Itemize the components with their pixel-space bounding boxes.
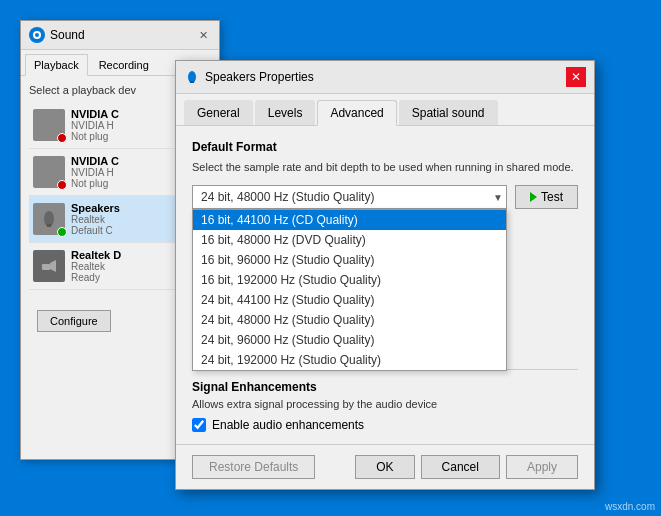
speakers-dialog: Speakers Properties ✕ General Levels Adv… — [175, 60, 595, 490]
device-name-2: NVIDIA C — [71, 155, 119, 167]
test-button[interactable]: Test — [515, 185, 578, 209]
configure-button[interactable]: Configure — [37, 310, 111, 332]
sound-titlebar: Sound ✕ — [21, 21, 219, 50]
device-icon-4 — [33, 250, 65, 282]
format-select-wrapper: 24 bit, 48000 Hz (Studio Quality) ▼ 16 b… — [192, 185, 507, 209]
tab-levels[interactable]: Levels — [255, 100, 316, 125]
watermark: wsxdn.com — [605, 501, 655, 512]
device-sub2-4: Ready — [71, 272, 121, 283]
speakers-icon — [184, 69, 200, 85]
status-dot-red — [57, 133, 67, 143]
device-icon-1 — [33, 109, 65, 141]
sound-app-icon — [29, 27, 45, 43]
device-name-4: Realtek D — [71, 249, 121, 261]
svg-rect-2 — [42, 119, 56, 129]
device-name-1: NVIDIA C — [71, 108, 119, 120]
tab-spatial-sound[interactable]: Spatial sound — [399, 100, 498, 125]
svg-rect-3 — [46, 129, 52, 131]
dropdown-item[interactable]: 24 bit, 192000 Hz (Studio Quality) — [193, 350, 506, 370]
dialog-titlebar: Speakers Properties ✕ — [176, 61, 594, 94]
ok-button[interactable]: OK — [355, 455, 414, 479]
dropdown-item[interactable]: 24 bit, 44100 Hz (Studio Quality) — [193, 290, 506, 310]
dialog-title: Speakers Properties — [205, 70, 314, 84]
device-info-1: NVIDIA C NVIDIA H Not plug — [71, 108, 119, 142]
dialog-tabs: General Levels Advanced Spatial sound — [176, 94, 594, 126]
device-info-2: NVIDIA C NVIDIA H Not plug — [71, 155, 119, 189]
dialog-footer: Restore Defaults OK Cancel Apply — [176, 444, 594, 489]
action-buttons: OK Cancel Apply — [355, 455, 578, 479]
dropdown-item[interactable]: 16 bit, 44100 Hz (CD Quality) — [193, 210, 506, 230]
signal-desc: Allows extra signal processing by the au… — [192, 398, 578, 410]
svg-rect-5 — [42, 166, 56, 176]
svg-rect-6 — [46, 176, 52, 178]
device-sub2-2: Not plug — [71, 178, 119, 189]
svg-rect-4 — [44, 131, 54, 132]
checkbox-row: Enable audio enhancements — [192, 418, 578, 432]
tab-general[interactable]: General — [184, 100, 253, 125]
status-dot-green — [57, 227, 67, 237]
svg-point-1 — [35, 33, 39, 37]
device-sub2-1: Not plug — [71, 131, 119, 142]
dropdown-item[interactable]: 16 bit, 192000 Hz (Studio Quality) — [193, 270, 506, 290]
dialog-close-button[interactable]: ✕ — [566, 67, 586, 87]
sound-title-left: Sound — [29, 27, 85, 43]
device-sub1-3: Realtek — [71, 214, 120, 225]
tab-playback[interactable]: Playback — [25, 54, 88, 76]
status-dot-red — [57, 180, 67, 190]
device-info-4: Realtek D Realtek Ready — [71, 249, 121, 283]
svg-rect-13 — [190, 81, 194, 83]
enable-enhancements-checkbox[interactable] — [192, 418, 206, 432]
restore-defaults-button[interactable]: Restore Defaults — [192, 455, 315, 479]
default-format-desc: Select the sample rate and bit depth to … — [192, 160, 578, 175]
apply-button[interactable]: Apply — [506, 455, 578, 479]
svg-rect-10 — [42, 264, 50, 270]
dropdown-item[interactable]: 16 bit, 48000 Hz (DVD Quality) — [193, 230, 506, 250]
device-sub1-2: NVIDIA H — [71, 167, 119, 178]
svg-rect-7 — [44, 178, 54, 179]
test-label: Test — [541, 190, 563, 204]
tab-recording[interactable]: Recording — [90, 54, 158, 75]
svg-rect-9 — [47, 224, 51, 227]
dropdown-item[interactable]: 24 bit, 48000 Hz (Studio Quality) — [193, 310, 506, 330]
dropdown-item[interactable]: 16 bit, 96000 Hz (Studio Quality) — [193, 250, 506, 270]
play-triangle-icon — [530, 192, 537, 202]
dialog-main-content: Default Format Select the sample rate an… — [176, 126, 594, 446]
device-icon-2 — [33, 156, 65, 188]
sound-close-button[interactable]: ✕ — [195, 27, 211, 43]
signal-title: Signal Enhancements — [192, 380, 578, 394]
signal-section: Signal Enhancements Allows extra signal … — [192, 369, 578, 432]
tab-advanced[interactable]: Advanced — [317, 100, 396, 126]
sound-window-title: Sound — [50, 28, 85, 42]
default-format-title: Default Format — [192, 140, 578, 154]
dialog-title-left: Speakers Properties — [184, 69, 314, 85]
device-sub1-4: Realtek — [71, 261, 121, 272]
cancel-button[interactable]: Cancel — [421, 455, 500, 479]
svg-marker-11 — [50, 260, 56, 272]
device-name-3: Speakers — [71, 202, 120, 214]
device-sub1-1: NVIDIA H — [71, 120, 119, 131]
device-info-3: Speakers Realtek Default C — [71, 202, 120, 236]
format-row: 24 bit, 48000 Hz (Studio Quality) ▼ 16 b… — [192, 185, 578, 209]
format-select[interactable]: 24 bit, 48000 Hz (Studio Quality) — [192, 185, 507, 209]
dropdown-item[interactable]: 24 bit, 96000 Hz (Studio Quality) — [193, 330, 506, 350]
device-sub2-3: Default C — [71, 225, 120, 236]
device-icon-3 — [33, 203, 65, 235]
enable-enhancements-label[interactable]: Enable audio enhancements — [212, 418, 364, 432]
format-dropdown-list[interactable]: 16 bit, 44100 Hz (CD Quality) 16 bit, 48… — [192, 209, 507, 371]
